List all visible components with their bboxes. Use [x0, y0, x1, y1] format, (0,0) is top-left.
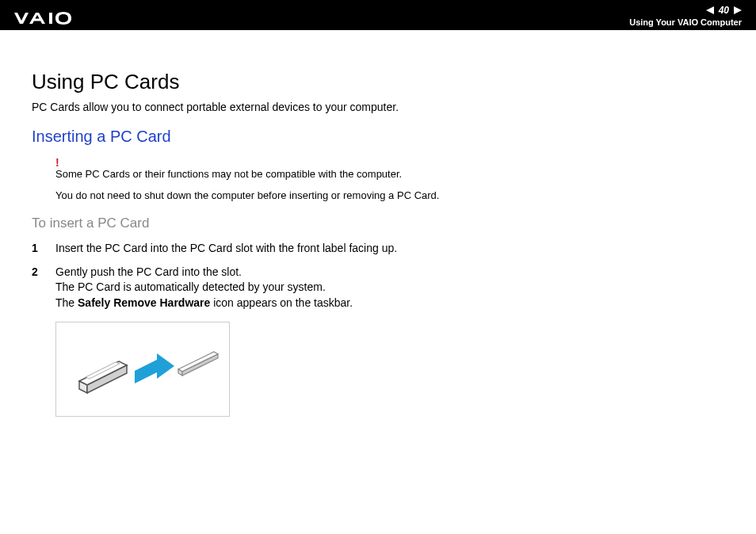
note-block: ! Some PC Cards or their functions may n… — [32, 157, 724, 201]
step-line-part: The — [55, 296, 78, 309]
section-heading: Inserting a PC Card — [32, 128, 724, 146]
step-number: 1 — [32, 241, 55, 257]
svg-rect-0 — [49, 13, 52, 24]
vaio-logo — [14, 11, 82, 27]
prev-page-arrow-icon[interactable] — [706, 6, 714, 14]
note-text-1: Some PC Cards or their functions may not… — [55, 168, 724, 180]
page-number: 40 — [717, 5, 731, 16]
next-page-arrow-icon[interactable] — [734, 6, 742, 14]
step-number: 2 — [32, 265, 55, 311]
step-line: Gently push the PC Card into the slot. — [55, 265, 242, 278]
arrow-icon — [135, 353, 174, 383]
page-title: Using PC Cards — [32, 70, 724, 94]
breadcrumb: Using Your VAIO Computer — [629, 17, 742, 27]
header-nav: 40 Using Your VAIO Computer — [629, 5, 742, 27]
warning-icon: ! — [55, 157, 724, 168]
header-bar: 40 Using Your VAIO Computer — [0, 0, 756, 30]
page-content: Using PC Cards PC Cards allow you to con… — [0, 30, 756, 433]
svg-marker-5 — [135, 353, 174, 383]
step-line-bold: Safely Remove Hardware — [78, 296, 210, 309]
step-text: Gently push the PC Card into the slot. T… — [55, 265, 724, 311]
step-2: 2 Gently push the PC Card into the slot.… — [32, 265, 724, 311]
pc-card-insert-figure — [55, 322, 230, 417]
step-line-part: icon appears on the taskbar. — [210, 296, 353, 309]
slot-icon — [178, 352, 218, 376]
figure-container — [55, 322, 724, 417]
intro-text: PC Cards allow you to connect portable e… — [32, 101, 724, 113]
step-line: The PC Card is automatically detected by… — [55, 280, 326, 293]
step-text: Insert the PC Card into the PC Card slot… — [55, 241, 724, 257]
note-text-2: You do not need to shut down the compute… — [55, 189, 724, 201]
page-nav: 40 — [706, 5, 742, 16]
step-1: 1 Insert the PC Card into the PC Card sl… — [32, 241, 724, 257]
svg-marker-6 — [178, 352, 218, 372]
procedure-title: To insert a PC Card — [32, 216, 724, 231]
pc-card-icon — [79, 361, 127, 393]
